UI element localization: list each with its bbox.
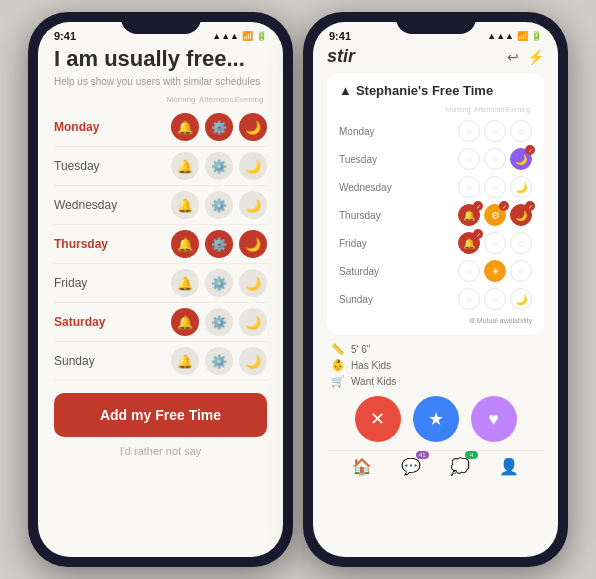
- afternoon-icon-friday[interactable]: ⚙️: [205, 269, 233, 297]
- day-label-monday: Monday: [54, 120, 124, 134]
- notch-2: [396, 12, 476, 34]
- app-header: stir ↩ ⚡: [327, 46, 544, 67]
- has-kids-value: Has Kids: [351, 360, 391, 371]
- badge-thursday-morning: ✓: [473, 201, 483, 211]
- signal-icon-2: ▲▲▲: [487, 31, 514, 41]
- day-icons-sunday[interactable]: 🔔 ⚙️ 🌙: [171, 347, 267, 375]
- ft-morning-friday: 🔔 ✓: [458, 232, 480, 254]
- nav-chat[interactable]: 💭 4: [450, 457, 470, 476]
- badge-thursday-evening: ✓: [525, 201, 535, 211]
- signal-icon: ▲▲▲: [212, 31, 239, 41]
- messages-badge: 41: [416, 451, 429, 459]
- morning-icon-friday[interactable]: 🔔: [171, 269, 199, 297]
- profile-kids-row: 👶 Has Kids: [331, 359, 540, 372]
- nav-home[interactable]: 🏠: [352, 457, 372, 476]
- day-label-sunday: Sunday: [54, 354, 124, 368]
- morning-icon-sunday[interactable]: 🔔: [171, 347, 199, 375]
- table-row: Wednesday 🔔 ⚙️ 🌙: [54, 186, 267, 225]
- wants-kids-value: Want Kids: [351, 376, 396, 387]
- mutual-availability-label: ⚙ Mutual availability: [339, 317, 532, 325]
- ft-evening-wednesday: 🌙: [510, 176, 532, 198]
- free-time-title: ▲ Stephanie's Free Time: [339, 83, 532, 98]
- day-icons-friday[interactable]: 🔔 ⚙️ 🌙: [171, 269, 267, 297]
- notch-1: [121, 12, 201, 34]
- ft-column-headers: Morning Afternoon Evening: [339, 106, 532, 113]
- day-icons-monday[interactable]: 🔔 ⚙️ 🌙: [171, 113, 267, 141]
- ft-day-monday: Monday: [339, 126, 399, 137]
- rather-not-label[interactable]: I'd rather not say: [54, 445, 267, 457]
- morning-icon-wednesday[interactable]: 🔔: [171, 191, 199, 219]
- heart-button[interactable]: ♥: [471, 396, 517, 442]
- day-icons-thursday[interactable]: 🔔 ⚙️ 🌙: [171, 230, 267, 258]
- nav-profile[interactable]: 👤: [499, 457, 519, 476]
- day-icons-tuesday[interactable]: 🔔 ⚙️ 🌙: [171, 152, 267, 180]
- ft-afternoon-tuesday: ○: [484, 148, 506, 170]
- lightning-icon[interactable]: ⚡: [527, 49, 544, 65]
- ft-icons-tuesday: ○ ○ 🌙 ✓: [458, 148, 532, 170]
- afternoon-icon-thursday[interactable]: ⚙️: [205, 230, 233, 258]
- morning-icon-saturday[interactable]: 🔔: [171, 308, 199, 336]
- ft-icons-wednesday: ○ ○ 🌙: [458, 176, 532, 198]
- ft-day-sunday: Sunday: [339, 294, 399, 305]
- phone1-content: I am usually free... Help us show you us…: [38, 46, 283, 545]
- profile-height-row: 📏 5' 6": [331, 343, 540, 356]
- evening-icon-monday[interactable]: 🌙: [239, 113, 267, 141]
- collapse-icon[interactable]: ▲: [339, 83, 352, 98]
- ft-evening-saturday: ○: [510, 260, 532, 282]
- ft-icons-friday: 🔔 ✓ ○ ○: [458, 232, 532, 254]
- morning-icon-thursday[interactable]: 🔔: [171, 230, 199, 258]
- ft-icons-sunday: ○ ○ 🌙: [458, 288, 532, 310]
- afternoon-icon-monday[interactable]: ⚙️: [205, 113, 233, 141]
- col-afternoon: Afternoon: [199, 95, 231, 104]
- phone2-content: stir ↩ ⚡ ▲ Stephanie's Free Time Morning…: [313, 46, 558, 545]
- free-time-card: ▲ Stephanie's Free Time Morning Afternoo…: [327, 73, 544, 335]
- nav-messages[interactable]: 💬 41: [401, 457, 421, 476]
- col-evening: Evening: [233, 95, 265, 104]
- afternoon-icon-sunday[interactable]: ⚙️: [205, 347, 233, 375]
- close-button[interactable]: ✕: [355, 396, 401, 442]
- bottom-navigation: 🏠 💬 41 💭 4 👤: [327, 450, 544, 482]
- ft-day-wednesday: Wednesday: [339, 182, 399, 193]
- list-item: Monday ○ ○ ○: [339, 117, 532, 145]
- phone-1: 9:41 ▲▲▲ 📶 🔋 I am usually free... Help u…: [28, 12, 293, 567]
- undo-icon[interactable]: ↩: [507, 49, 519, 65]
- afternoon-icon-saturday[interactable]: ⚙️: [205, 308, 233, 336]
- afternoon-icon-wednesday[interactable]: ⚙️: [205, 191, 233, 219]
- table-row: Saturday 🔔 ⚙️ 🌙: [54, 303, 267, 342]
- ft-evening-tuesday: 🌙 ✓: [510, 148, 532, 170]
- table-row: Tuesday 🔔 ⚙️ 🌙: [54, 147, 267, 186]
- ft-icons-thursday: 🔔 ✓ ⚙ ✓ 🌙 ✓: [458, 204, 532, 226]
- evening-icon-thursday[interactable]: 🌙: [239, 230, 267, 258]
- ft-evening-monday: ○: [510, 120, 532, 142]
- ft-icons-monday: ○ ○ ○: [458, 120, 532, 142]
- column-headers: Morning Afternoon Evening: [54, 95, 267, 104]
- evening-icon-friday[interactable]: 🌙: [239, 269, 267, 297]
- day-label-friday: Friday: [54, 276, 124, 290]
- wifi-icon: 📶: [242, 31, 253, 41]
- table-row: Thursday 🔔 ⚙️ 🌙: [54, 225, 267, 264]
- free-time-label: Stephanie's Free Time: [356, 83, 493, 98]
- col-morning: Morning: [165, 95, 197, 104]
- table-row: Friday 🔔 ⚙️ 🌙: [54, 264, 267, 303]
- morning-icon-monday[interactable]: 🔔: [171, 113, 199, 141]
- list-item: Wednesday ○ ○ 🌙: [339, 173, 532, 201]
- mutual-icon: ⚙: [469, 317, 475, 324]
- day-icons-wednesday[interactable]: 🔔 ⚙️ 🌙: [171, 191, 267, 219]
- profile-details: 📏 5' 6" 👶 Has Kids 🛒 Want Kids: [327, 343, 544, 388]
- afternoon-icon-tuesday[interactable]: ⚙️: [205, 152, 233, 180]
- evening-icon-tuesday[interactable]: 🌙: [239, 152, 267, 180]
- evening-icon-sunday[interactable]: 🌙: [239, 347, 267, 375]
- ft-morning-thursday: 🔔 ✓: [458, 204, 480, 226]
- ft-col-afternoon: Afternoon: [474, 106, 502, 113]
- star-button[interactable]: ★: [413, 396, 459, 442]
- add-free-time-button[interactable]: Add my Free Time: [54, 393, 267, 437]
- chat-badge: 4: [465, 451, 478, 459]
- ft-morning-tuesday: ○: [458, 148, 480, 170]
- evening-icon-saturday[interactable]: 🌙: [239, 308, 267, 336]
- list-item: Thursday 🔔 ✓ ⚙ ✓ 🌙: [339, 201, 532, 229]
- height-icon: 📏: [331, 343, 345, 356]
- badge-thursday-afternoon: ✓: [499, 201, 509, 211]
- day-icons-saturday[interactable]: 🔔 ⚙️ 🌙: [171, 308, 267, 336]
- evening-icon-wednesday[interactable]: 🌙: [239, 191, 267, 219]
- morning-icon-tuesday[interactable]: 🔔: [171, 152, 199, 180]
